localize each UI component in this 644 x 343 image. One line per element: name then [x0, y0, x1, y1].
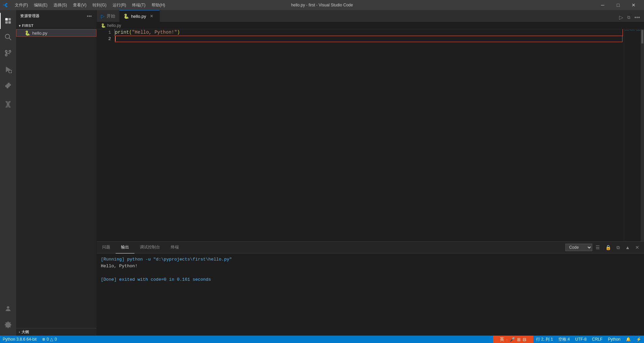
sidebar-header: 资源管理器 •••: [16, 10, 96, 22]
svg-point-13: [7, 306, 9, 309]
outline-label: 大纲: [22, 330, 29, 335]
cursor-position-status[interactable]: 行 2, 列 1: [533, 336, 556, 343]
tab-start[interactable]: ▷ 开始: [97, 10, 119, 22]
svg-point-6: [5, 54, 7, 56]
ime-dot: ·: [506, 337, 508, 342]
svg-line-5: [9, 38, 11, 40]
explorer-section: ▾ FIRST 🐍 hello.py: [16, 22, 96, 328]
ime-mic-icon[interactable]: 🎤: [510, 337, 515, 342]
menu-help[interactable]: 帮助(H): [149, 2, 168, 9]
account-activity-icon[interactable]: [0, 301, 16, 317]
status-bar-left: Python 3.8.6 64-bit ⊗ 0 △ 0: [0, 336, 59, 343]
more-actions-button[interactable]: •••: [633, 13, 641, 22]
svg-marker-10: [6, 67, 10, 72]
test-activity-icon[interactable]: [0, 96, 16, 112]
search-activity-icon[interactable]: [0, 29, 16, 45]
status-bar: Python 3.8.6 64-bit ⊗ 0 △ 0 英 · 🎤 ⊞ ⊟ 行 …: [0, 336, 644, 343]
tab-start-label: 开始: [107, 13, 115, 19]
menu-select[interactable]: 选择(S): [51, 2, 70, 9]
run-debug-activity-icon[interactable]: [0, 61, 16, 77]
ime-status[interactable]: 英 · 🎤 ⊞ ⊟: [493, 336, 533, 343]
outline-section-header[interactable]: › 大纲: [16, 328, 96, 336]
vscode-tab-icon: ▷: [101, 13, 105, 19]
panel-tab-debug-console[interactable]: 调试控制台: [134, 242, 165, 253]
panel-output-select[interactable]: Code: [565, 244, 592, 251]
vertical-scrollbar[interactable]: [641, 29, 644, 241]
scrollbar-thumb[interactable]: [641, 30, 643, 43]
tab-close-button[interactable]: ✕: [149, 13, 154, 19]
menu-view[interactable]: 查看(V): [70, 2, 89, 9]
split-editor-button[interactable]: ⧉: [626, 13, 632, 22]
menu-terminal[interactable]: 终端(T): [129, 2, 148, 9]
code-editor[interactable]: print("Hello, Python!"): [114, 29, 624, 241]
close-button[interactable]: ✕: [626, 0, 641, 10]
menu-goto[interactable]: 转到(G): [90, 2, 109, 9]
extensions-activity-icon[interactable]: [0, 77, 16, 94]
svg-rect-2: [5, 21, 8, 24]
errors-warnings-status[interactable]: ⊗ 0 △ 0: [39, 336, 59, 343]
source-control-activity-icon[interactable]: [0, 45, 16, 61]
minimize-button[interactable]: ─: [595, 0, 610, 10]
menu-file[interactable]: 文件(F): [12, 2, 31, 9]
activity-bar: [0, 10, 16, 336]
chevron-down-icon: ▾: [19, 24, 21, 28]
notifications-status[interactable]: 🔔: [623, 336, 634, 343]
vscode-logo-icon: [3, 2, 8, 8]
file-item-hello-py[interactable]: 🐍 hello.py: [16, 29, 96, 37]
code-line-1: print("Hello, Python!"): [115, 29, 622, 36]
svg-point-4: [5, 34, 10, 39]
ime-label: 英: [500, 336, 504, 342]
breadcrumb-python-icon: 🐍: [101, 23, 106, 28]
tab-hello-py-label: hello.py: [131, 14, 146, 19]
terminal-line-running: [Running] python -u "d:\pyprojects\first…: [101, 256, 640, 263]
titlebar: 文件(F) 编辑(E) 选择(S) 查看(V) 转到(G) 运行(R) 终端(T…: [0, 0, 644, 10]
maximize-button[interactable]: □: [610, 0, 626, 10]
code-function: print: [115, 29, 129, 36]
encoding-status[interactable]: UTF-8: [572, 336, 589, 343]
panel-list-icon[interactable]: ☰: [594, 243, 602, 251]
panel-content: [Running] python -u "d:\pyprojects\first…: [97, 253, 644, 336]
code-line-2[interactable]: [115, 36, 622, 42]
window-controls: ─ □ ✕: [595, 0, 641, 10]
menu-edit[interactable]: 编辑(E): [31, 2, 50, 9]
terminal-line-done: [Done] exited with code=0 in 0.161 secon…: [101, 276, 640, 283]
file-name-hello-py: hello.py: [32, 31, 47, 36]
tab-hello-py[interactable]: 🐍 hello.py ✕: [119, 10, 160, 22]
code-string: "Hello, Python!": [132, 29, 177, 36]
panel-tab-problems[interactable]: 问题: [97, 242, 116, 253]
tab-python-icon: 🐍: [123, 13, 129, 19]
panel-collapse-up-icon[interactable]: ▲: [623, 243, 632, 251]
warning-count: 0: [54, 337, 57, 342]
language-mode-status[interactable]: Python: [605, 336, 623, 343]
window-title: hello.py - first - Visual Studio Code: [291, 3, 353, 7]
ime-grid-icon[interactable]: ⊞: [517, 337, 521, 342]
panel-tabs: 问题 输出 调试控制台 终端 Code ☰ 🔒 ⧉ ▲ ✕: [97, 242, 644, 253]
chevron-right-icon: ›: [19, 330, 20, 334]
editor-content[interactable]: 1 2 print("Hello, Python!") print("Hello…: [97, 29, 644, 241]
python-version-status[interactable]: Python 3.8.6 64-bit: [0, 336, 39, 343]
panel-copy-icon[interactable]: ⧉: [614, 243, 622, 252]
remote-status[interactable]: ⚡: [634, 336, 644, 343]
sidebar-more-button[interactable]: •••: [86, 13, 92, 20]
panel-close-icon[interactable]: ✕: [633, 243, 641, 251]
run-button[interactable]: ▷: [618, 13, 625, 22]
line-ending-status[interactable]: CRLF: [589, 336, 605, 343]
panel-lock-icon[interactable]: 🔒: [603, 243, 613, 251]
indent-status[interactable]: 空格:4: [556, 336, 572, 343]
tab-bar: ▷ 开始 🐍 hello.py ✕ ▷ ⧉ •••: [97, 10, 644, 22]
svg-point-8: [9, 50, 11, 53]
settings-activity-icon[interactable]: [0, 317, 16, 333]
explorer-activity-icon[interactable]: [0, 13, 16, 29]
ime-close-icon[interactable]: ⊟: [523, 337, 526, 342]
sidebar: 资源管理器 ••• ▾ FIRST 🐍 hello.py › 大纲: [16, 10, 97, 336]
panel-tab-output[interactable]: 输出: [116, 242, 134, 253]
panel: 问题 输出 调试控制台 终端 Code ☰ 🔒 ⧉ ▲ ✕ [Running] …: [97, 241, 644, 336]
line-numbers: 1 2: [97, 29, 114, 241]
editor-toolbar: ▷ ⧉ •••: [615, 13, 644, 22]
panel-tab-terminal[interactable]: 终端: [165, 242, 184, 253]
breadcrumb-filename: hello.py: [107, 23, 121, 28]
menu-run[interactable]: 运行(R): [110, 2, 129, 9]
line-num-1: 1: [97, 29, 111, 36]
first-section-header[interactable]: ▾ FIRST: [16, 22, 96, 29]
error-icon: ⊗: [42, 337, 45, 342]
